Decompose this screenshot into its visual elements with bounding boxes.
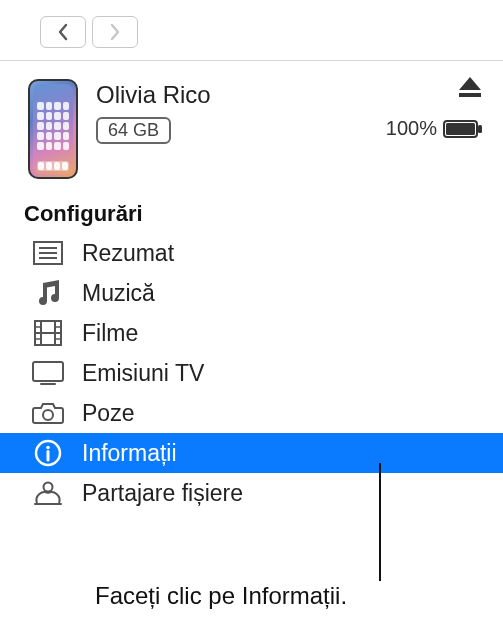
callout-caption: Faceți clic pe Informații.	[95, 582, 347, 610]
sidebar-item-filesharing[interactable]: Partajare fișiere	[0, 473, 503, 513]
sidebar-item-tv[interactable]: Emisiuni TV	[0, 353, 503, 393]
apps-icon	[30, 479, 66, 507]
sidebar-item-label: Emisiuni TV	[82, 360, 204, 387]
sidebar-item-info[interactable]: Informații	[0, 433, 503, 473]
info-icon	[30, 439, 66, 467]
sidebar-item-label: Muzică	[82, 280, 155, 307]
sidebar-item-summary[interactable]: Rezumat	[0, 233, 503, 273]
eject-button[interactable]	[457, 75, 483, 103]
chevron-left-icon	[57, 23, 69, 41]
callout-line	[379, 463, 381, 581]
sidebar-section-title: Configurări	[0, 201, 503, 233]
list-icon	[30, 239, 66, 267]
sidebar-item-label: Informații	[82, 440, 177, 467]
camera-icon	[30, 399, 66, 427]
storage-badge: 64 GB	[96, 117, 171, 144]
chevron-right-icon	[109, 23, 121, 41]
sidebar-item-music[interactable]: Muzică	[0, 273, 503, 313]
svg-point-22	[44, 483, 53, 492]
svg-point-18	[43, 410, 53, 420]
battery-percent: 100%	[386, 117, 437, 140]
svg-rect-16	[33, 362, 63, 381]
svg-rect-0	[459, 93, 481, 97]
nav-back-button[interactable]	[40, 16, 86, 48]
sidebar-item-label: Partajare fișiere	[82, 480, 243, 507]
sidebar-item-label: Poze	[82, 400, 134, 427]
music-note-icon	[30, 279, 66, 307]
device-header: Olivia Rico 64 GB 100%	[0, 61, 503, 201]
tv-icon	[30, 359, 66, 387]
toolbar	[0, 0, 503, 61]
svg-point-20	[46, 446, 50, 450]
sidebar-item-photos[interactable]: Poze	[0, 393, 503, 433]
sidebar-menu: Rezumat Muzică Filme Emisiuni TV Poze In…	[0, 233, 503, 513]
battery-icon	[443, 119, 483, 139]
device-thumbnail	[28, 79, 78, 179]
film-icon	[30, 319, 66, 347]
eject-icon	[457, 75, 483, 99]
sidebar-item-label: Filme	[82, 320, 138, 347]
sidebar-item-label: Rezumat	[82, 240, 174, 267]
sidebar-item-movies[interactable]: Filme	[0, 313, 503, 353]
nav-forward-button[interactable]	[92, 16, 138, 48]
svg-rect-2	[446, 123, 475, 135]
battery-status: 100%	[386, 117, 483, 140]
svg-rect-3	[478, 125, 482, 133]
